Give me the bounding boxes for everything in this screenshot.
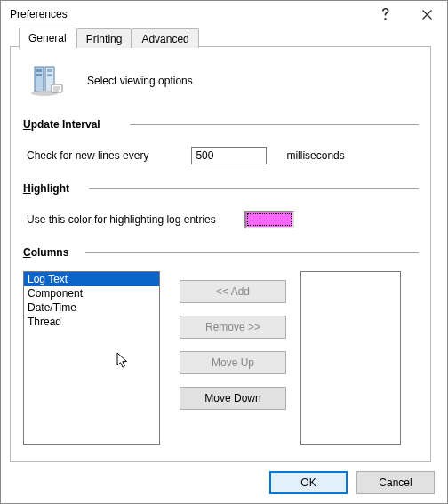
section-title: Update Interval bbox=[23, 118, 100, 131]
available-columns-list[interactable]: Log TextComponentDate/TimeThread bbox=[23, 271, 160, 445]
list-item[interactable]: Date/Time bbox=[24, 300, 159, 315]
list-item[interactable]: Component bbox=[24, 286, 159, 300]
update-interval-input[interactable] bbox=[191, 147, 267, 164]
section-highlight: Highlight Use this color for highlightin… bbox=[23, 182, 418, 228]
tab-strip: General Printing Advanced bbox=[19, 28, 199, 47]
tab-general[interactable]: General bbox=[19, 28, 76, 49]
svg-rect-3 bbox=[47, 69, 52, 72]
tab-advanced[interactable]: Advanced bbox=[132, 28, 198, 48]
intro-text: Select viewing options bbox=[87, 75, 193, 87]
highlight-color-button[interactable] bbox=[244, 211, 294, 228]
preferences-dialog: Preferences General Printing Advanced bbox=[0, 0, 448, 504]
tab-panel-general: Select viewing options Update Interval C… bbox=[10, 46, 431, 462]
list-item[interactable]: Log Text bbox=[24, 272, 159, 286]
column-buttons: << Add Remove >> Move Up Move Down bbox=[180, 271, 286, 445]
tab-label: Advanced bbox=[141, 33, 188, 45]
svg-rect-5 bbox=[47, 74, 52, 76]
list-item[interactable]: Thread bbox=[24, 315, 159, 329]
servers-icon bbox=[28, 63, 64, 99]
titlebar: Preferences bbox=[1, 1, 447, 28]
chosen-columns-list[interactable] bbox=[300, 271, 401, 445]
svg-rect-4 bbox=[36, 74, 42, 76]
section-title: Highlight bbox=[23, 182, 69, 195]
ok-button[interactable]: OK bbox=[269, 471, 348, 494]
section-columns: Columns Log TextComponentDate/TimeThread… bbox=[23, 246, 418, 442]
window-title: Preferences bbox=[10, 8, 365, 20]
dialog-footer: OK Cancel bbox=[269, 471, 435, 494]
cancel-button[interactable]: Cancel bbox=[356, 471, 435, 494]
update-unit: milliseconds bbox=[286, 149, 344, 162]
close-button[interactable] bbox=[406, 1, 447, 28]
section-divider bbox=[89, 188, 419, 189]
section-title: Columns bbox=[23, 246, 68, 259]
svg-rect-2 bbox=[36, 69, 42, 72]
client-area: General Printing Advanced bbox=[1, 28, 447, 503]
help-button[interactable] bbox=[365, 1, 406, 28]
section-divider bbox=[130, 124, 419, 125]
close-icon bbox=[422, 10, 432, 20]
tab-label: General bbox=[28, 32, 67, 44]
section-divider bbox=[85, 252, 419, 253]
tab-printing[interactable]: Printing bbox=[76, 28, 132, 48]
highlight-label: Use this color for highlighting log entr… bbox=[27, 213, 216, 226]
move-up-button[interactable]: Move Up bbox=[180, 351, 286, 374]
tab-label: Printing bbox=[86, 33, 123, 45]
remove-button[interactable]: Remove >> bbox=[180, 316, 286, 339]
update-label: Check for new lines every bbox=[27, 149, 148, 162]
question-icon bbox=[381, 8, 390, 20]
add-button[interactable]: << Add bbox=[180, 280, 286, 303]
move-down-button[interactable]: Move Down bbox=[180, 387, 286, 410]
section-update-interval: Update Interval Check for new lines ever… bbox=[23, 118, 418, 164]
intro-row: Select viewing options bbox=[28, 63, 193, 99]
